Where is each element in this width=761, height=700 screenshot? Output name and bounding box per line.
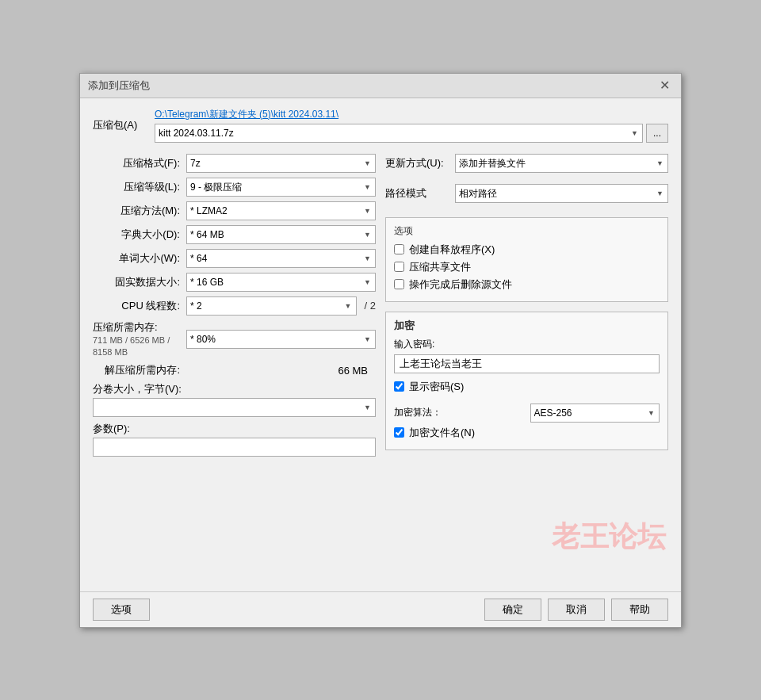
format-select[interactable]: 7z: [186, 154, 376, 173]
method-row: 压缩方法(M): * LZMA2: [93, 201, 376, 220]
option2-checkbox[interactable]: [394, 262, 404, 272]
memory-compress-row: 压缩所需内存: 711 MB / 6526 MB / 8158 MB * 80%: [93, 320, 376, 359]
memory-pct-select[interactable]: * 80%: [186, 330, 376, 349]
path-select-wrapper: 相对路径: [455, 184, 668, 203]
options-group-title: 选项: [394, 224, 660, 238]
word-select[interactable]: * 64: [186, 249, 376, 268]
algo-select-wrapper: AES-256: [530, 404, 660, 423]
path-row: 路径模式 相对路径: [385, 184, 668, 203]
algo-label: 加密算法：: [394, 406, 524, 419]
option3-checkbox[interactable]: [394, 279, 404, 289]
volume-select-wrapper: [93, 398, 376, 417]
close-button[interactable]: ✕: [656, 79, 673, 92]
solid-select[interactable]: * 16 GB: [186, 273, 376, 292]
level-select[interactable]: 9 - 极限压缩: [186, 178, 376, 197]
left-panel: 压缩格式(F): 7z 压缩等级(L): 9 - 极限压缩: [93, 154, 376, 582]
options-group: 选项 创建自释放程序(X) 压缩共享文件 操作完成后删除源文件: [385, 217, 668, 302]
solid-label: 固实数据大小:: [93, 275, 180, 289]
encrypt-filename-checkbox[interactable]: [394, 427, 404, 438]
decompress-row: 解压缩所需内存: 66 MB: [93, 363, 376, 377]
archive-path-area: O:\Telegram\新建文件夹 (5)\kitt 2024.03.11\ k…: [155, 108, 668, 143]
solid-row: 固实数据大小: * 16 GB: [93, 273, 376, 292]
archive-filename-wrapper: kitt 2024.03.11.7z: [155, 124, 643, 143]
dict-row: 字典大小(D): * 64 MB: [93, 225, 376, 244]
browse-button[interactable]: ...: [646, 124, 668, 143]
dialog-window: 添加到压缩包 ✕ 压缩包(A) O:\Telegram\新建文件夹 (5)\ki…: [79, 73, 682, 628]
format-select-wrapper: 7z: [186, 154, 376, 173]
decompress-value: 66 MB: [186, 365, 376, 377]
option1-checkbox[interactable]: [394, 244, 404, 254]
archive-path-link[interactable]: O:\Telegram\新建文件夹 (5)\kitt 2024.03.11\: [155, 108, 668, 121]
level-row: 压缩等级(L): 9 - 极限压缩: [93, 178, 376, 197]
dict-select[interactable]: * 64 MB: [186, 225, 376, 244]
path-label: 路径模式: [385, 186, 449, 201]
level-select-wrapper: 9 - 极限压缩: [186, 178, 376, 197]
decompress-label: 解压缩所需内存:: [93, 363, 180, 377]
params-row: 参数(P):: [93, 422, 376, 457]
archive-row: 压缩包(A) O:\Telegram\新建文件夹 (5)\kitt 2024.0…: [93, 108, 668, 143]
encrypt-filename-label: 加密文件名(N): [409, 426, 475, 440]
memory-label-area: 压缩所需内存: 711 MB / 6526 MB / 8158 MB: [93, 320, 180, 359]
right-panel: 更新方式(U): 添加并替换文件 路径模式 相对路径: [385, 154, 668, 582]
cpu-input-row: * 2 / 2: [186, 296, 376, 316]
ok-button[interactable]: 确定: [484, 599, 541, 621]
archive-label: 压缩包(A): [93, 118, 148, 132]
option3-label: 操作完成后删除源文件: [409, 277, 512, 292]
encrypt-filename-row: 加密文件名(N): [394, 426, 660, 440]
params-label: 参数(P):: [93, 422, 130, 436]
dialog-footer: 选项 确定 取消 帮助: [80, 591, 681, 627]
update-select[interactable]: 添加并替换文件: [455, 154, 668, 173]
dialog-body: 压缩包(A) O:\Telegram\新建文件夹 (5)\kitt 2024.0…: [80, 98, 681, 591]
update-row: 更新方式(U): 添加并替换文件: [385, 154, 668, 173]
volume-row: 分卷大小，字节(V):: [93, 382, 376, 417]
footer-left: 选项: [93, 599, 150, 621]
cpu-select-wrapper: * 2: [186, 296, 357, 316]
dict-select-wrapper: * 64 MB: [186, 225, 376, 244]
option2-label: 压缩共享文件: [409, 260, 471, 274]
help-button[interactable]: 帮助: [611, 599, 668, 621]
volume-select[interactable]: [93, 398, 376, 417]
format-label: 压缩格式(F):: [93, 156, 180, 170]
algo-row: 加密算法： AES-256: [394, 404, 660, 423]
update-select-wrapper: 添加并替换文件: [455, 154, 668, 173]
option1-label: 创建自释放程序(X): [409, 243, 495, 257]
cancel-button[interactable]: 取消: [548, 599, 605, 621]
cpu-total: / 2: [365, 300, 376, 312]
main-content: 压缩格式(F): 7z 压缩等级(L): 9 - 极限压缩: [93, 154, 668, 582]
volume-label: 分卷大小，字节(V):: [93, 382, 182, 396]
format-row: 压缩格式(F): 7z: [93, 154, 376, 173]
memory-compress-label: 压缩所需内存:: [93, 320, 180, 335]
footer-right: 确定 取消 帮助: [484, 599, 668, 621]
option3-row: 操作完成后删除源文件: [394, 277, 660, 292]
method-select[interactable]: * LZMA2: [186, 201, 376, 220]
level-label: 压缩等级(L):: [93, 180, 180, 194]
memory-detail: 711 MB / 6526 MB / 8158 MB: [93, 335, 180, 359]
method-select-wrapper: * LZMA2: [186, 201, 376, 220]
option1-row: 创建自释放程序(X): [394, 243, 660, 257]
memory-pct-wrapper: * 80%: [186, 330, 376, 349]
params-input[interactable]: [93, 438, 376, 457]
password-label: 输入密码:: [394, 338, 660, 351]
method-label: 压缩方法(M):: [93, 204, 180, 218]
show-password-checkbox[interactable]: [394, 381, 404, 392]
cpu-row: CPU 线程数: * 2 / 2: [93, 296, 376, 316]
cpu-label: CPU 线程数:: [93, 299, 180, 313]
archive-filename-select[interactable]: kitt 2024.03.11.7z: [155, 124, 643, 143]
options-button[interactable]: 选项: [93, 599, 150, 621]
word-label: 单词大小(W):: [93, 251, 180, 266]
password-input[interactable]: [394, 354, 660, 373]
encrypt-options: 显示密码(S) 加密算法： AES-256: [394, 380, 660, 443]
show-password-row: 显示密码(S): [394, 380, 660, 394]
algo-select[interactable]: AES-256: [530, 404, 660, 423]
cpu-select[interactable]: * 2: [186, 296, 357, 316]
option2-row: 压缩共享文件: [394, 260, 660, 274]
dict-label: 字典大小(D):: [93, 228, 180, 242]
word-row: 单词大小(W): * 64: [93, 249, 376, 268]
archive-input-row: kitt 2024.03.11.7z ...: [155, 124, 668, 143]
path-select[interactable]: 相对路径: [455, 184, 668, 203]
update-label: 更新方式(U):: [385, 156, 449, 170]
encrypt-group: 加密 输入密码: 显示密码(S) 加密算法：: [385, 312, 668, 450]
title-bar: 添加到压缩包 ✕: [80, 74, 681, 98]
dialog-title: 添加到压缩包: [88, 78, 150, 93]
show-password-label: 显示密码(S): [409, 380, 464, 394]
